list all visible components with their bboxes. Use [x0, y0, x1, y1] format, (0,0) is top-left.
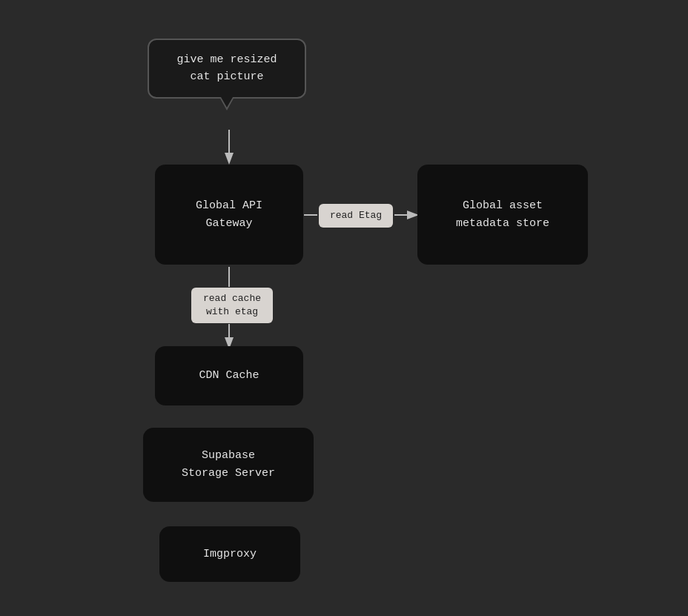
global-api-gateway-box: Global APIGateway: [155, 165, 303, 265]
read-cache-etag-label: read cachewith etag: [203, 292, 261, 319]
read-etag-label: read Etag: [330, 209, 382, 222]
arrows-overlay: [0, 0, 688, 616]
global-api-gateway-label: Global APIGateway: [196, 197, 262, 233]
cdn-cache-label: CDN Cache: [199, 367, 259, 385]
global-asset-metadata-box: Global assetmetadata store: [417, 165, 588, 265]
read-etag-box: read Etag: [319, 204, 393, 228]
speech-bubble-text: give me resizedcat picture: [176, 53, 277, 83]
read-cache-etag-box: read cachewith etag: [191, 288, 273, 323]
diagram-container: give me resizedcat picture Global APIGat…: [0, 0, 688, 616]
cdn-cache-box: CDN Cache: [155, 346, 303, 405]
imgproxy-label: Imgproxy: [203, 546, 257, 563]
supabase-storage-label: SupabaseStorage Server: [182, 447, 275, 483]
imgproxy-box: Imgproxy: [159, 526, 300, 582]
speech-bubble: give me resizedcat picture: [148, 39, 306, 99]
global-asset-metadata-label: Global assetmetadata store: [456, 197, 549, 233]
supabase-storage-box: SupabaseStorage Server: [143, 428, 314, 502]
